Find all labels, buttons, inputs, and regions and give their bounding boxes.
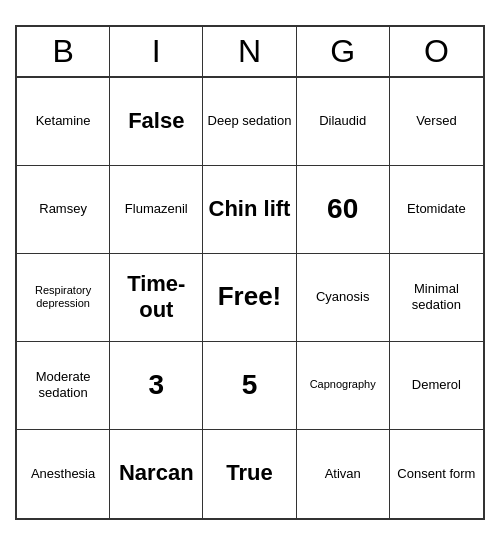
bingo-header: BINGO xyxy=(17,27,483,78)
bingo-cell: True xyxy=(203,430,296,518)
bingo-cell: Consent form xyxy=(390,430,483,518)
header-letter: N xyxy=(203,27,296,76)
bingo-cell: False xyxy=(110,78,203,166)
bingo-cell: Narcan xyxy=(110,430,203,518)
bingo-cell: Flumazenil xyxy=(110,166,203,254)
bingo-cell: 3 xyxy=(110,342,203,430)
bingo-cell: Time-out xyxy=(110,254,203,342)
bingo-cell: Etomidate xyxy=(390,166,483,254)
bingo-cell: Respiratory depression xyxy=(17,254,110,342)
bingo-cell: Anesthesia xyxy=(17,430,110,518)
bingo-cell: Capnography xyxy=(297,342,390,430)
bingo-cell: 60 xyxy=(297,166,390,254)
bingo-cell: Free! xyxy=(203,254,296,342)
header-letter: O xyxy=(390,27,483,76)
bingo-cell: 5 xyxy=(203,342,296,430)
bingo-cell: Ketamine xyxy=(17,78,110,166)
bingo-cell: Minimal sedation xyxy=(390,254,483,342)
bingo-grid: KetamineFalseDeep sedationDilaudidVersed… xyxy=(17,78,483,518)
bingo-cell: Versed xyxy=(390,78,483,166)
bingo-cell: Ativan xyxy=(297,430,390,518)
bingo-card: BINGO KetamineFalseDeep sedationDilaudid… xyxy=(15,25,485,520)
bingo-cell: Ramsey xyxy=(17,166,110,254)
header-letter: I xyxy=(110,27,203,76)
bingo-cell: Chin lift xyxy=(203,166,296,254)
header-letter: G xyxy=(297,27,390,76)
header-letter: B xyxy=(17,27,110,76)
bingo-cell: Dilaudid xyxy=(297,78,390,166)
bingo-cell: Demerol xyxy=(390,342,483,430)
bingo-cell: Moderate sedation xyxy=(17,342,110,430)
bingo-cell: Cyanosis xyxy=(297,254,390,342)
bingo-cell: Deep sedation xyxy=(203,78,296,166)
